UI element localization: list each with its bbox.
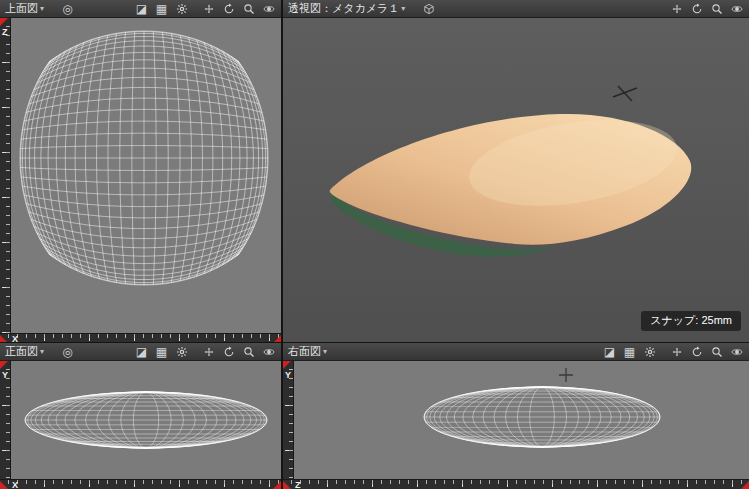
titlebar-toolbar: ◪ ▦ — [134, 344, 276, 359]
ruler-end-marker — [273, 481, 281, 489]
view-menu-button[interactable]: 透視図：メタカメラ１ ▾ — [288, 1, 405, 16]
shading-icon: ◪ — [136, 3, 147, 15]
pan-view-button[interactable] — [669, 344, 684, 359]
pan-icon — [203, 346, 215, 358]
horizontal-ruler: X — [0, 479, 281, 489]
gear-icon — [644, 346, 656, 358]
top-view-wireframe — [11, 18, 281, 333]
axis-label-vertical: Y — [2, 370, 8, 380]
pan-view-button[interactable] — [669, 1, 684, 16]
view-menu-button[interactable]: 右面図 ▾ — [288, 344, 327, 359]
vertical-ruler: Z — [0, 18, 11, 333]
ruler-origin-marker — [283, 481, 291, 489]
zoom-view-button[interactable] — [709, 344, 724, 359]
gear-icon — [176, 346, 188, 358]
app-window: 上面図 ▾ ◎ ◪ ▦ Z — [0, 0, 749, 489]
orbit-view-button[interactable] — [261, 1, 276, 16]
cube-icon — [423, 3, 435, 15]
viewport-right-titlebar: 右面図 ▾ ◪ ▦ — [283, 343, 749, 361]
zoom-view-button[interactable] — [241, 344, 256, 359]
grid-icon: ▦ — [156, 3, 167, 15]
pan-view-button[interactable] — [201, 1, 216, 16]
viewport-title: 右面図 — [288, 344, 321, 359]
orbit-view-button[interactable] — [729, 344, 744, 359]
axis-label-vertical: Y — [285, 370, 291, 380]
horizontal-splitter[interactable] — [0, 342, 749, 343]
gear-icon — [176, 3, 188, 15]
camera-target-marker — [613, 86, 637, 101]
front-view-wireframe — [11, 361, 281, 479]
chevron-down-icon: ▾ — [401, 5, 405, 13]
zoom-view-button[interactable] — [241, 1, 256, 16]
viewport-perspective-titlebar: 透視図：メタカメラ１ ▾ — [283, 0, 749, 18]
view-menu-button[interactable]: 正面図 ▾ — [5, 344, 44, 359]
zoom-view-button[interactable] — [709, 1, 724, 16]
perspective-view-canvas[interactable]: スナップ: 25mm — [283, 18, 749, 343]
center-view-button[interactable]: ◎ — [60, 1, 75, 16]
right-view-wireframe — [294, 361, 749, 479]
view-settings-button[interactable] — [174, 344, 189, 359]
view-settings-button[interactable] — [642, 344, 657, 359]
shading-button[interactable]: ◪ — [134, 344, 149, 359]
orbit-icon — [731, 3, 743, 15]
ruler-end-marker — [741, 481, 749, 489]
vertical-splitter[interactable] — [281, 0, 283, 489]
chevron-down-icon: ▾ — [40, 5, 44, 13]
viewport-top-titlebar: 上面図 ▾ ◎ ◪ ▦ — [0, 0, 281, 18]
cushion-object — [283, 18, 749, 343]
rotate-view-button[interactable] — [689, 344, 704, 359]
viewport-title: 上面図 — [5, 1, 38, 16]
orbit-view-button[interactable] — [261, 344, 276, 359]
orbit-icon — [731, 346, 743, 358]
viewport-title: 正面図 — [5, 344, 38, 359]
ruler-origin-marker — [0, 481, 8, 489]
orbit-view-button[interactable] — [729, 1, 744, 16]
pan-icon — [203, 3, 215, 15]
view-nav-group — [201, 344, 276, 359]
rotate-icon — [223, 346, 235, 358]
titlebar-toolbar: ◪ ▦ — [134, 1, 276, 16]
orbit-icon — [263, 346, 275, 358]
view-menu-button[interactable]: 上面図 ▾ — [5, 1, 44, 16]
right-view-canvas[interactable] — [294, 361, 749, 479]
rotate-icon — [691, 3, 703, 15]
ruler-origin-marker — [0, 361, 8, 369]
pan-view-button[interactable] — [201, 344, 216, 359]
grid-button[interactable]: ▦ — [154, 1, 169, 16]
pan-icon — [671, 346, 683, 358]
chevron-down-icon: ▾ — [40, 348, 44, 356]
shading-icon: ◪ — [604, 346, 615, 358]
rotate-view-button[interactable] — [221, 1, 236, 16]
view-settings-button[interactable] — [174, 1, 189, 16]
viewport-title: 透視図：メタカメラ１ — [288, 1, 399, 16]
orbit-icon — [263, 3, 275, 15]
ruler-origin-marker — [0, 18, 8, 26]
magnifier-icon — [243, 3, 255, 15]
snap-status-badge: スナップ: 25mm — [641, 311, 741, 331]
grid-button[interactable]: ▦ — [154, 344, 169, 359]
front-view-canvas[interactable] — [11, 361, 281, 479]
magnifier-icon — [243, 346, 255, 358]
chevron-down-icon: ▾ — [323, 348, 327, 356]
rotate-icon — [223, 3, 235, 15]
center-view-button[interactable]: ◎ — [60, 344, 75, 359]
rotate-view-button[interactable] — [221, 344, 236, 359]
rotate-view-button[interactable] — [689, 1, 704, 16]
rotate-icon — [691, 346, 703, 358]
vertical-ruler: Y — [0, 361, 11, 479]
display-options-group: ◪ ▦ — [134, 1, 189, 16]
view-nav-group — [201, 1, 276, 16]
view-nav-group — [669, 344, 744, 359]
center-view-icon: ◎ — [62, 3, 72, 15]
display-options-group: ◪ ▦ — [602, 344, 657, 359]
grid-button[interactable]: ▦ — [622, 344, 637, 359]
vertical-ruler: Y — [283, 361, 294, 479]
shading-button[interactable]: ◪ — [602, 344, 617, 359]
grid-icon: ▦ — [624, 346, 635, 358]
object-display-button[interactable] — [421, 1, 436, 16]
axis-label-horizontal: Z — [295, 480, 301, 489]
shading-button[interactable]: ◪ — [134, 1, 149, 16]
center-view-icon: ◎ — [62, 346, 72, 358]
top-view-canvas[interactable] — [11, 18, 281, 333]
axis-label-horizontal: X — [12, 480, 18, 489]
